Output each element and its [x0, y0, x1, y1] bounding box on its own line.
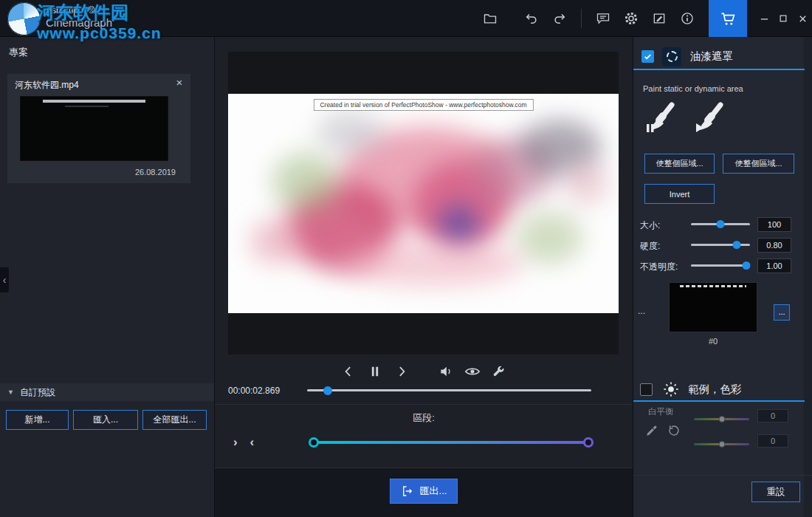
opacity-slider[interactable]: [691, 261, 750, 270]
eye-icon: [464, 363, 481, 380]
segment-range-slider[interactable]: [309, 436, 591, 448]
range-start-handle[interactable]: [309, 437, 319, 448]
size-label: 大小:: [640, 219, 660, 232]
hardness-slider[interactable]: [691, 240, 750, 250]
leaf-blob: [516, 212, 582, 264]
undo-button[interactable]: [520, 6, 543, 31]
check-icon: [643, 52, 653, 61]
buy-button[interactable]: [709, 0, 747, 37]
purple-rose-blob: [438, 205, 479, 245]
flower-blob: [564, 160, 608, 205]
panel-collapse-handle[interactable]: ‹: [0, 267, 9, 292]
wb-reset-button[interactable]: [666, 422, 682, 439]
close-button[interactable]: [793, 0, 812, 37]
reset-button[interactable]: 重設: [751, 482, 800, 502]
export-button[interactable]: 匯出...: [390, 479, 458, 504]
mask-frame-thumbnail[interactable]: [669, 282, 757, 332]
pause-button[interactable]: [365, 362, 385, 381]
eyedropper-icon: [645, 424, 658, 437]
frame-more-button[interactable]: ...: [774, 304, 790, 321]
size-handle[interactable]: [717, 220, 725, 228]
color-section-title: 範例，色彩: [688, 383, 742, 397]
wb-tint-value[interactable]: 0: [757, 434, 788, 448]
video-frame[interactable]: Created in trial version of PerfectPhoto…: [228, 94, 619, 313]
wb-temperature-value[interactable]: 0: [757, 409, 788, 422]
timeline-slider[interactable]: [307, 385, 591, 395]
app-logo: [7, 2, 41, 35]
hardness-value[interactable]: 0.80: [757, 238, 791, 253]
opacity-track[interactable]: [691, 264, 750, 267]
close-icon: [798, 14, 808, 24]
wb-temperature-handle[interactable]: [718, 416, 725, 422]
info-button[interactable]: [676, 6, 698, 31]
size-value[interactable]: 100: [757, 217, 791, 232]
eyedropper-button[interactable]: [644, 422, 660, 439]
color-section-checkbox[interactable]: [640, 383, 653, 396]
brush-play-icon: [694, 100, 728, 134]
size-slider[interactable]: [691, 219, 750, 229]
clip-name: 河东软件园.mp4: [15, 79, 79, 92]
segment-range-row: › ‹: [228, 435, 619, 450]
paint-mask-title: 油漆遮罩: [690, 49, 733, 64]
timeline-handle[interactable]: [323, 386, 332, 395]
preset-import-button[interactable]: 匯入...: [73, 410, 138, 430]
app-name-line1: Ashampoo®: [46, 5, 112, 16]
clip-thumbnail[interactable]: [20, 96, 168, 161]
cart-icon: [720, 10, 737, 27]
settings-button[interactable]: [620, 6, 642, 31]
hardness-handle[interactable]: [733, 241, 741, 249]
invert-mask-button[interactable]: Invert: [644, 184, 715, 204]
notes-button[interactable]: [648, 6, 670, 31]
previous-frame-button[interactable]: [339, 362, 358, 381]
info-icon: [680, 11, 695, 26]
preset-new-button[interactable]: 新增...: [6, 410, 69, 430]
make-area-dynamic-button[interactable]: 使整個區域...: [723, 154, 794, 174]
frame-ellipsis: ...: [638, 306, 645, 316]
hardness-label: 硬度:: [640, 240, 660, 253]
chevron-left-icon: [341, 364, 356, 379]
clip-card[interactable]: 河东软件园.mp4 × 26.08.2019: [7, 74, 190, 183]
clip-close-button[interactable]: ×: [173, 76, 186, 89]
wb-tint-slider[interactable]: [694, 440, 749, 448]
feedback-button[interactable]: [592, 6, 614, 31]
tools-button[interactable]: [489, 362, 509, 381]
editor-area: Created in trial version of PerfectPhoto…: [214, 37, 633, 517]
opacity-handle[interactable]: [743, 261, 751, 270]
paint-mask-icon: [662, 47, 681, 66]
paint-mask-checkbox[interactable]: [641, 50, 654, 63]
open-project-button[interactable]: [479, 6, 501, 31]
static-brush-button[interactable]: [645, 100, 679, 137]
range-end-handle[interactable]: [583, 437, 593, 448]
maximize-button[interactable]: [774, 0, 793, 37]
wb-tint-handle[interactable]: [718, 441, 725, 448]
export-icon: [401, 485, 414, 498]
preview-visibility-button[interactable]: [463, 362, 482, 381]
volume-button[interactable]: [436, 362, 455, 381]
maximize-icon: [779, 14, 788, 23]
custom-presets-header[interactable]: ▼ 自訂預設: [0, 383, 214, 401]
hardness-track[interactable]: [691, 244, 750, 246]
chevron-right-icon: [394, 364, 409, 379]
brush-hardness-row: 硬度: 0.80: [633, 235, 805, 256]
wrench-icon: [492, 365, 506, 379]
range-track[interactable]: [309, 441, 591, 444]
note-edit-icon: [652, 11, 667, 26]
thumb-banner-strip: [680, 285, 746, 287]
reset-arrow-icon: [667, 424, 681, 437]
undo-icon: [524, 11, 539, 26]
wb-temperature-slider[interactable]: [694, 415, 749, 423]
timeline-track[interactable]: [307, 389, 591, 391]
preset-export-all-button[interactable]: 全部匯出...: [142, 410, 207, 430]
make-area-static-button[interactable]: 使整個區域...: [644, 154, 715, 174]
brush-pause-icon: [645, 100, 679, 134]
window-controls: [754, 0, 812, 37]
gray-blob: [317, 112, 383, 153]
opacity-value[interactable]: 1.00: [757, 258, 791, 273]
scrollbar[interactable]: [804, 37, 812, 517]
next-frame-button[interactable]: [392, 362, 411, 381]
range-expand-icons[interactable]: › ‹: [233, 435, 258, 450]
minimize-button[interactable]: [754, 0, 774, 37]
redo-button[interactable]: [548, 6, 571, 31]
dynamic-brush-button[interactable]: [694, 100, 728, 137]
clip-date: 26.08.2019: [135, 168, 176, 177]
